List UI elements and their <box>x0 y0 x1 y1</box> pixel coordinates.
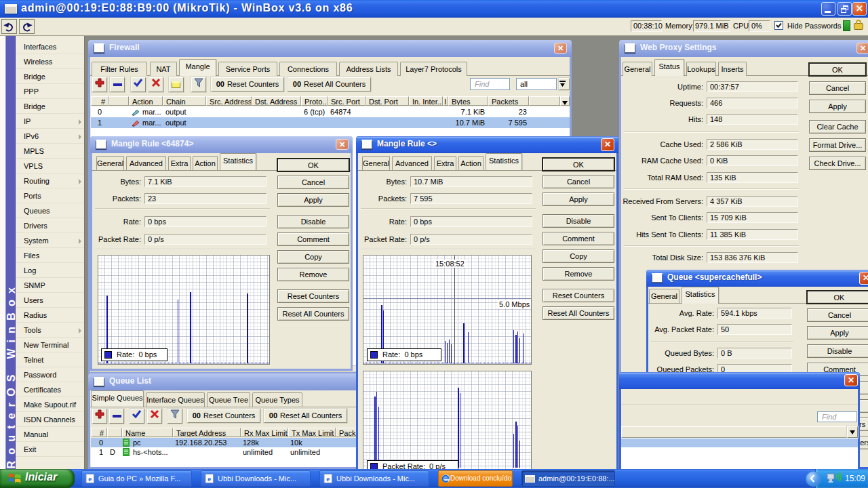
svg-text:e: e <box>208 474 211 483</box>
svg-text:e: e <box>88 474 92 483</box>
svg-text:e: e <box>326 474 330 483</box>
